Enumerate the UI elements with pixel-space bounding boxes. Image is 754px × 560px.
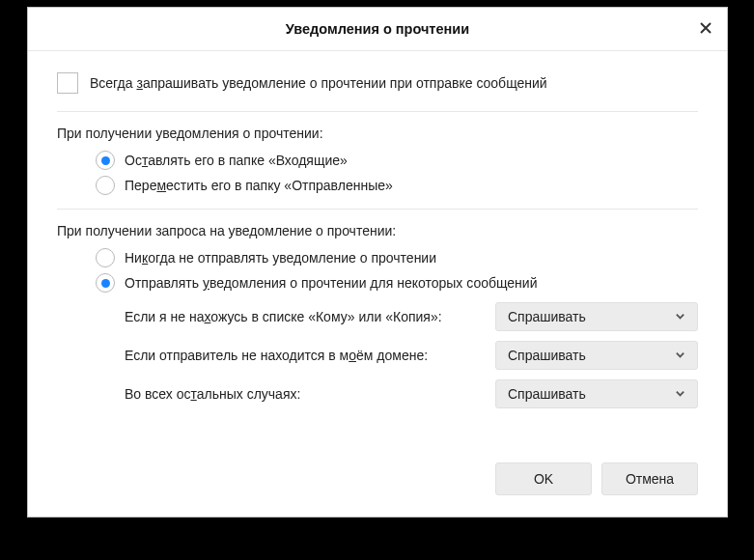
radio-move-sent-input[interactable]	[96, 176, 115, 195]
select-value: Спрашивать	[508, 386, 586, 402]
select-value: Спрашивать	[508, 309, 586, 324]
dialog-title: Уведомления о прочтении	[286, 21, 469, 37]
condition-not-in-to-cc: Если я не нахожусь в списке «Кому» или «…	[125, 302, 698, 331]
condition-label: Если я не нахожусь в списке «Кому» или «…	[125, 309, 486, 324]
chevron-down-icon	[675, 348, 685, 363]
cancel-button[interactable]: Отмена	[601, 462, 698, 495]
condition-all-other: Во всех остальных случаях: Спрашивать	[125, 379, 698, 408]
condition-not-my-domain: Если отправитель не находится в моём дом…	[125, 341, 698, 370]
radio-send-some[interactable]: Отправлять уведомления о прочтении для н…	[96, 273, 698, 293]
radio-leave-inbox-input[interactable]	[96, 151, 115, 170]
separator	[57, 209, 698, 210]
dialog-footer: OK Отмена	[28, 443, 727, 517]
radio-leave-inbox[interactable]: Оставлять его в папке «Входящие»	[96, 151, 698, 170]
radio-never-send-label: Никогда не отправлять уведомление о проч…	[125, 250, 436, 266]
radio-send-some-input[interactable]	[96, 273, 115, 293]
close-button[interactable]	[684, 8, 727, 50]
receipt-received-label: При получении уведомления о прочтении:	[57, 126, 698, 141]
receipt-request-label: При получении запроса на уведомление о п…	[57, 223, 698, 238]
radio-move-sent-label: Переместить его в папку «Отправленные»	[125, 178, 393, 193]
titlebar: Уведомления о прочтении	[28, 8, 727, 51]
condition-label: Во всех остальных случаях:	[125, 386, 486, 402]
condition-label: Если отправитель не находится в моём дом…	[125, 348, 486, 363]
radio-never-send-input[interactable]	[96, 248, 115, 267]
radio-leave-inbox-label: Оставлять его в папке «Входящие»	[125, 153, 348, 168]
close-icon	[699, 21, 712, 38]
always-request-label: Всегда запрашивать уведомление о прочтен…	[90, 75, 547, 91]
ok-button[interactable]: OK	[495, 462, 592, 495]
radio-move-sent[interactable]: Переместить его в папку «Отправленные»	[96, 176, 698, 195]
condition-not-my-domain-select[interactable]: Спрашивать	[495, 341, 698, 370]
chevron-down-icon	[675, 309, 685, 324]
chevron-down-icon	[675, 386, 685, 402]
condition-all-other-select[interactable]: Спрашивать	[495, 379, 698, 408]
always-request-checkbox[interactable]	[57, 72, 78, 94]
radio-never-send[interactable]: Никогда не отправлять уведомление о проч…	[96, 248, 698, 267]
condition-not-in-to-cc-select[interactable]: Спрашивать	[495, 302, 698, 331]
dialog-body: Всегда запрашивать уведомление о прочтен…	[28, 51, 727, 437]
select-value: Спрашивать	[508, 348, 586, 363]
dialog-window: Уведомления о прочтении Всегда запрашива…	[27, 7, 728, 518]
always-request-row[interactable]: Всегда запрашивать уведомление о прочтен…	[57, 72, 698, 94]
radio-send-some-label: Отправлять уведомления о прочтении для н…	[125, 275, 538, 291]
separator	[57, 111, 698, 112]
